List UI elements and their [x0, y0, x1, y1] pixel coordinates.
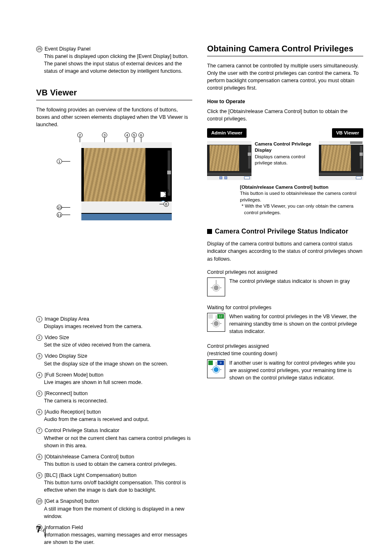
callout-2: 2	[77, 132, 83, 138]
status-state: Waiting for control privileges12When wai…	[207, 304, 363, 335]
subheading-status-indicator: Camera Control Privilege Status Indicato…	[207, 227, 363, 236]
square-bullet-icon	[207, 229, 212, 234]
item-title: [Audio Reception] button	[44, 409, 101, 415]
item-8: 8 [Obtain/release Camera Control] button…	[36, 453, 192, 468]
item-body: The camera is reconnected.	[44, 397, 192, 405]
ob-title: [Obtain/release Camera Control] button	[240, 185, 328, 190]
item-title: Information Field	[44, 525, 83, 530]
viewer-labels-row: Admin Viewer VB Viewer	[207, 128, 363, 138]
callout-1: 1	[57, 159, 62, 164]
heading-obtaining: Obtaining Camera Control Privileges	[207, 43, 363, 56]
item-title: [Reconnect] button	[44, 391, 88, 396]
state-title: Control privileges not assigned	[207, 268, 363, 276]
admin-viewer-thumbnail	[207, 141, 251, 180]
sub-intro: Display of the camera control buttons an…	[207, 240, 363, 262]
circled-number: 2	[36, 335, 42, 341]
state-title: (restricted time counting down)	[207, 350, 363, 357]
item-title: Event Display Panel	[44, 46, 90, 52]
obtain-release-text: [Obtain/release Camera Control] button T…	[240, 184, 363, 216]
chapter-num: 7	[36, 524, 41, 534]
how-to-operate-body: Click the [Obtain/release Camera Control…	[207, 108, 363, 123]
item-body: Set the size of video received from the …	[44, 341, 192, 349]
status-indicator-icon: 9	[207, 359, 225, 378]
circled-number: 9	[36, 472, 42, 479]
ob-note: * With the VB Viewer, you can only obtai…	[242, 203, 363, 216]
subheading-text: Camera Control Privilege Status Indicato…	[215, 228, 348, 235]
item-title: Video Size	[44, 335, 69, 340]
item-1: 1 Image Display AreaDisplays images rece…	[36, 315, 192, 330]
item-body: Displays images received from the camera…	[44, 323, 192, 330]
page-number: 7-6	[36, 523, 46, 536]
item-body: This panel is displayed upon clicking th…	[44, 53, 192, 60]
status-state: Control privileges not assignedThe contr…	[207, 268, 363, 296]
status-indicator-icon: 12	[207, 313, 225, 332]
item-3: 3 Video Display SizeSet the display size…	[36, 352, 192, 367]
item-body: A still image from the moment of clickin…	[44, 505, 192, 520]
callout-3: 3	[102, 132, 107, 138]
admin-viewer-label: Admin Viewer	[207, 128, 247, 138]
callout-4: 4	[125, 132, 130, 138]
intro-paragraph: The following provides an overview of th…	[36, 106, 192, 128]
circled-number: 25	[36, 46, 42, 52]
item-body: Live images are shown in full screen mod…	[44, 379, 192, 386]
item-body: Whether or not the current client has ca…	[44, 435, 192, 449]
item-title: Video Display Size	[44, 353, 87, 359]
item-4: 4 [Full Screen Mode] buttonLive images a…	[36, 371, 192, 386]
item-25: 25 Event Display Panel This panel is dis…	[36, 45, 192, 75]
callout-10: 10	[57, 205, 62, 210]
item-6: 6 [Audio Reception] buttonAudio from the…	[36, 408, 192, 423]
item-body: Audio from the camera is received and ou…	[44, 416, 192, 423]
vb-viewer-thumbnail	[319, 141, 363, 180]
circled-number: 6	[36, 409, 42, 415]
callout-5: 5	[131, 132, 137, 138]
intro-paragraph: The camera cannot be controlled by multi…	[207, 62, 363, 92]
circled-number: 3	[36, 353, 42, 359]
circled-number: 5	[36, 391, 42, 397]
item-7: 7 Control Privilege Status IndicatorWhet…	[36, 427, 192, 449]
item-body: This button turns on/off backlight compe…	[44, 479, 192, 494]
item-title: Image Display Area	[44, 316, 89, 322]
status-state: Control privileges assigned(restricted t…	[207, 342, 363, 382]
page-number-rule	[45, 528, 46, 538]
callout-9: 9	[164, 188, 169, 194]
camera-control-display-text: Camera Control Privilege Display Display…	[255, 141, 316, 166]
item-11: 11 Information FieldInformation messages…	[36, 524, 192, 546]
item-title: [Obtain/release Camera Control] button	[44, 454, 134, 460]
heading-vb-viewer: VB Viewer	[36, 87, 192, 100]
state-body: When waiting for control privileges in t…	[229, 313, 363, 335]
circled-number: 7	[36, 428, 42, 434]
circled-number: 10	[36, 498, 42, 504]
cc-body: Displays camera control privilege status…	[255, 154, 305, 166]
page: 25 Event Display Panel This panel is dis…	[0, 0, 392, 555]
callout-6: 6	[138, 132, 144, 138]
circled-number: 4	[36, 372, 42, 378]
state-body: The control privilege status indicator i…	[229, 278, 363, 285]
status-indicator-icon	[207, 278, 225, 296]
state-title: Waiting for control privileges	[207, 304, 363, 311]
item-body: Set the display size of the image shown …	[44, 360, 192, 368]
cc-title: Camera Control Privilege Display	[255, 141, 311, 153]
ob-body: This button is used to obtain/release th…	[240, 191, 356, 202]
item-title: [Full Screen Mode] button	[44, 372, 103, 378]
vb-viewer-diagram: 2 3 4 5 6 1 9	[57, 134, 172, 308]
status-states-list: Control privileges not assignedThe contr…	[207, 268, 363, 382]
item-title: [Get a Snapshot] button	[44, 498, 99, 504]
item-2: 2 Video SizeSet the size of video receiv…	[36, 334, 192, 349]
state-title: Control privileges assigned	[207, 342, 363, 350]
item-title: [BLC] (Back Light Compensation) button	[44, 472, 136, 478]
item-5: 5 [Reconnect] buttonThe camera is reconn…	[36, 390, 192, 405]
vb-viewer-label: VB Viewer	[332, 128, 363, 138]
how-to-operate-label: How to Operate	[207, 98, 363, 105]
item-9: 9 [BLC] (Back Light Compensation) button…	[36, 472, 192, 494]
state-body: If another user is waiting for control p…	[229, 359, 363, 382]
item-title: Control Privilege Status Indicator	[44, 428, 119, 433]
item-list: 1 Image Display AreaDisplays images rece…	[36, 315, 192, 546]
item-body: The panel shows the input status of exte…	[44, 60, 192, 75]
callout-11: 11	[57, 212, 62, 217]
item-body: This button is used to obtain the camera…	[44, 460, 192, 468]
circled-number: 8	[36, 454, 42, 460]
thumbnails-row: Camera Control Privilege Display Display…	[207, 141, 363, 180]
circled-number: 1	[36, 316, 42, 322]
left-column: 25 Event Display Panel This panel is dis…	[36, 41, 192, 550]
item-body: Information messages, warning messages a…	[44, 531, 192, 546]
